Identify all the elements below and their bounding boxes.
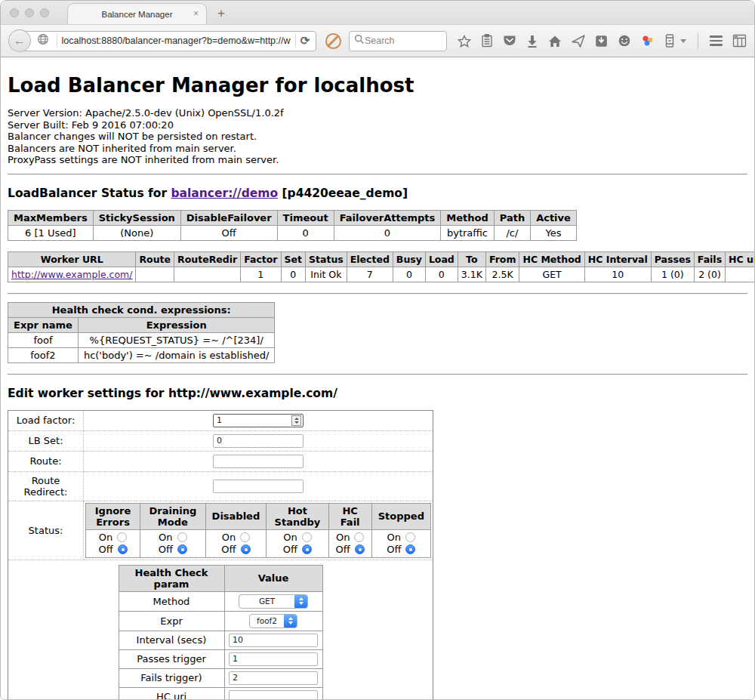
cell-method: bytraffic [441,225,494,240]
worker-row: http://www.example.com/ 1 0 Init Ok 7 0 … [8,267,755,282]
content-blocked-icon[interactable] [325,33,341,49]
window-controls[interactable] [10,8,49,17]
server-info: Server Version: Apache/2.5.0-dev (Unix) … [8,107,747,166]
cell-expression: %{REQUEST_STATUS} =~ /^[234]/ [78,332,275,347]
hc-interval-label: Interval (secs) [119,631,224,649]
cell-expr-name: foof2 [8,347,79,362]
hc-method-select[interactable]: GET [239,594,308,609]
balancer-demo-link[interactable]: balancer://demo [171,187,278,200]
pocket-icon[interactable] [503,35,516,47]
save-to-device-icon[interactable] [595,35,608,48]
col-maxmembers: MaxMembers [8,210,94,225]
url-bar[interactable]: localhost:8880/balancer-manager?b=demo&w… [20,31,317,51]
lb-set-row: LB Set: [8,430,433,451]
stopped-off-radio[interactable] [405,544,415,554]
new-tab-button[interactable]: + [217,6,225,21]
cell-from: 2.5K [485,267,519,282]
close-window-button[interactable] [10,8,19,17]
on-label: On [159,532,172,543]
chevron-down-icon[interactable] [680,39,686,43]
col-passes: Passes [651,251,694,267]
number-spinner-icon[interactable] [291,415,301,426]
search-icon [354,34,365,48]
ignore-errors-off-radio[interactable] [118,544,128,554]
menu-hamburger-icon[interactable] [710,35,723,46]
status-radio-table: Ignore Errors Draining Mode Disabled Hot… [85,503,431,558]
colored-dots-extension-icon[interactable] [641,34,655,48]
status-row: Status: Ignore Errors Draining Mode Disa… [8,501,433,560]
load-factor-input[interactable] [213,414,304,427]
home-icon[interactable] [548,35,562,48]
status-cell-hc-fail: On Off [328,529,371,557]
worker-status-table: Worker URL Route RouteRedir Factor Set S… [8,251,754,282]
hc-passes-input[interactable] [229,652,318,666]
col-factor: Factor [241,251,281,267]
reader-pages-icon[interactable] [732,34,747,48]
disabled-on-radio[interactable] [240,532,250,542]
cell-maxmembers: 6 [1 Used] [8,225,94,240]
hc-interval-row: Interval (secs) [119,631,322,649]
feedback-smiley-icon[interactable] [618,34,631,48]
cell-hc-interval: 10 [584,267,651,282]
hc-uri-row: HC uri [119,687,322,699]
route-redirect-row: Route Redirect: [8,471,433,501]
clipboard-icon[interactable] [481,34,493,48]
toolbar-divider [698,32,698,49]
hc-passes-row: Passes trigger [119,649,322,668]
load-factor-label: Load factor: [8,410,84,430]
hot-standby-on-radio[interactable] [302,532,312,542]
draining-mode-on-radio[interactable] [177,532,187,542]
col-active: Active [531,210,577,225]
cell-timeout: 0 [277,225,334,240]
status-radio-row: On Off On Off On Off [86,529,431,557]
off-label: Off [98,544,112,555]
persist-note-line: Balancer changes will NOT be persisted o… [8,131,747,143]
tab-close-icon[interactable]: × [193,8,199,19]
hc-fail-on-radio[interactable] [354,532,364,542]
hc-fails-input[interactable] [229,671,318,685]
search-bar[interactable] [349,31,447,51]
hc-interval-input[interactable] [229,634,318,647]
zoom-window-button[interactable] [40,8,49,17]
col-draining-mode: Draining Mode [140,503,206,529]
col-expression: Expression [78,317,275,332]
col-fails: Fails [694,251,725,267]
search-input[interactable] [365,35,436,46]
tab-balancer-manager[interactable]: Balancer Manager × [67,3,207,24]
bookmark-star-icon[interactable] [458,35,471,48]
cell-status: Init Ok [306,267,347,282]
table-row: 6 [1 Used] (None) Off 0 0 bytraffic /c/ … [8,225,577,240]
col-ignore-errors: Ignore Errors [86,503,140,529]
disabled-off-radio[interactable] [241,544,251,554]
off-label: Off [283,544,297,555]
hc-uri-input[interactable] [229,690,318,700]
col-disablefailover: DisableFailover [180,210,277,225]
draining-mode-off-radio[interactable] [177,544,187,554]
col-expr-name: Expr name [8,317,79,332]
table-header-row: Expr name Expression [8,317,275,332]
minimize-window-button[interactable] [25,8,34,17]
route-input[interactable] [213,455,304,468]
hc-header-row: Health Check param Value [119,565,322,591]
hc-method-label: Method [119,591,224,611]
col-hc-fail: HC Fail [328,503,371,529]
route-row: Route: [8,451,433,471]
hc-expr-select[interactable]: foof2 [249,614,297,628]
stopped-on-radio[interactable] [405,532,415,542]
back-button[interactable]: ← [8,29,31,52]
reload-icon[interactable]: ⟳ [300,34,310,48]
hc-fail-off-radio[interactable] [355,544,365,554]
url-text[interactable]: localhost:8880/balancer-manager?b=demo&w… [62,35,291,46]
cell-stickysession: (None) [93,225,180,240]
downloads-icon[interactable] [526,35,538,48]
route-redirect-input[interactable] [213,480,304,493]
container-icon[interactable] [664,34,675,48]
lb-set-input[interactable] [213,434,304,448]
send-icon[interactable] [572,35,585,48]
globe-icon[interactable] [37,33,49,48]
worker-url-link[interactable]: http://www.example.com/ [11,269,132,280]
hot-standby-off-radio[interactable] [302,544,312,554]
ignore-errors-on-radio[interactable] [117,532,127,542]
col-busy: Busy [393,251,425,267]
off-label: Off [159,544,173,555]
